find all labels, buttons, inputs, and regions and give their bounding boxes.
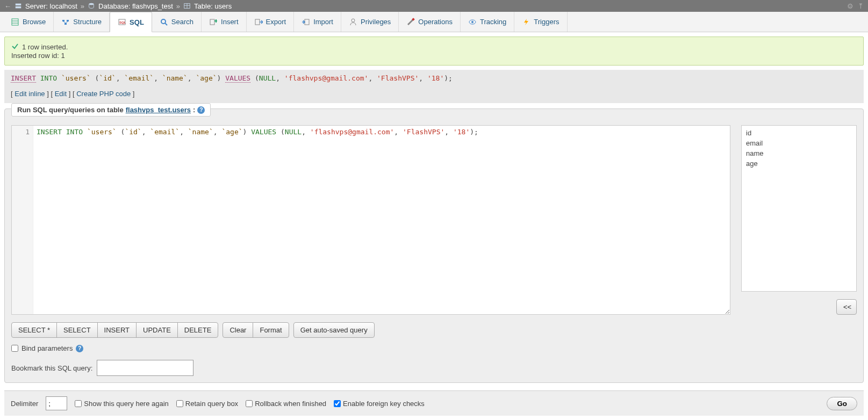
tab-search[interactable]: Search — [152, 12, 202, 32]
tracking-icon — [468, 18, 477, 26]
column-list[interactable]: id email name age — [741, 125, 857, 292]
delimiter-label: Delimiter — [11, 400, 38, 408]
format-button[interactable]: Format — [253, 322, 289, 338]
privileges-icon — [349, 18, 357, 26]
tab-structure[interactable]: Structure — [54, 12, 110, 32]
fk-checkbox[interactable] — [334, 400, 341, 407]
breadcrumb-server[interactable]: Server: localhost — [25, 2, 77, 10]
bind-params-checkbox[interactable] — [11, 345, 18, 352]
export-icon — [254, 18, 263, 26]
editor-util-buttons: Clear Format — [223, 322, 289, 338]
success-notice: 1 row inserted. Inserted row id: 1 — [4, 37, 864, 66]
bookmark-input[interactable] — [97, 360, 193, 376]
svg-rect-11 — [64, 23, 67, 25]
edit-inline-link[interactable]: Edit inline — [15, 90, 45, 98]
svg-rect-9 — [62, 20, 64, 21]
create-php-link[interactable]: Create PHP code — [76, 90, 131, 98]
clear-button[interactable]: Clear — [223, 322, 253, 338]
sql-action-links: [ Edit inline ] [ Edit ] [ Create PHP co… — [4, 86, 864, 103]
svg-point-16 — [161, 19, 166, 24]
retain-checkbox[interactable] — [176, 400, 183, 407]
table-icon — [183, 2, 191, 10]
tab-tracking[interactable]: Tracking — [461, 12, 514, 32]
update-button[interactable]: UPDATE — [136, 322, 178, 338]
sql-editor[interactable]: 1 INSERT INTO `users` (`id`, `email`, `n… — [11, 125, 730, 315]
tab-bar: Browse Structure SQLSQL Search Insert Ex… — [0, 12, 868, 32]
rollback-checkbox[interactable] — [246, 400, 253, 407]
tab-label: Triggers — [534, 18, 559, 26]
sql-editor-content[interactable]: INSERT INTO `users` (`id`, `email`, `nam… — [33, 126, 730, 314]
svg-line-13 — [66, 21, 68, 23]
svg-rect-18 — [210, 19, 214, 25]
insert-button[interactable]: INSERT — [97, 322, 137, 338]
editor-gutter: 1 — [12, 126, 33, 314]
sql-footer: Delimiter Show this query here again Ret… — [4, 390, 864, 416]
help-icon[interactable]: ? — [76, 345, 83, 352]
column-item[interactable]: name — [744, 148, 854, 158]
column-item[interactable]: age — [744, 158, 854, 169]
column-item[interactable]: id — [744, 128, 854, 138]
bookmark-label: Bookmark this SQL query: — [11, 364, 92, 372]
svg-line-17 — [165, 23, 167, 25]
tab-triggers[interactable]: Triggers — [514, 12, 567, 32]
retain-label: Retain query box — [185, 400, 238, 408]
tab-export[interactable]: Export — [247, 12, 295, 32]
show-again-checkbox[interactable] — [75, 400, 82, 407]
help-icon[interactable]: ? — [197, 106, 205, 114]
breadcrumb-database[interactable]: Database: flashvps_test — [98, 2, 173, 10]
go-button[interactable]: Go — [827, 397, 857, 410]
breadcrumb-bar: ← Server: localhost » Database: flashvps… — [0, 0, 868, 12]
tab-operations[interactable]: Operations — [399, 12, 461, 32]
select-star-button[interactable]: SELECT * — [11, 322, 57, 338]
fk-label: Enable foreign key checks — [343, 400, 425, 408]
svg-point-26 — [471, 21, 474, 23]
delimiter-input[interactable] — [46, 396, 67, 410]
operations-icon — [406, 18, 415, 26]
search-icon — [160, 18, 168, 26]
tab-label: Tracking — [480, 18, 506, 26]
browse-icon — [11, 18, 19, 26]
collapse-top-icon[interactable]: ⤒ — [858, 2, 864, 10]
svg-text:SQL: SQL — [119, 21, 126, 24]
tab-label: Browse — [23, 18, 46, 26]
svg-rect-6 — [12, 19, 18, 25]
rollback-label: Rollback when finished — [255, 400, 326, 408]
auto-saved-button[interactable]: Get auto-saved query — [293, 322, 375, 338]
gear-icon[interactable]: ⚙ — [847, 2, 853, 10]
breadcrumb-sep: » — [81, 2, 84, 10]
sql-snippet-buttons: SELECT * SELECT INSERT UPDATE DELETE — [11, 322, 218, 338]
tab-label: Search — [171, 18, 193, 26]
insert-icon — [209, 18, 218, 26]
tab-privileges[interactable]: Privileges — [341, 12, 399, 32]
server-icon — [15, 2, 22, 10]
breadcrumb-table[interactable]: Table: users — [194, 2, 232, 10]
svg-rect-21 — [255, 19, 260, 25]
tab-browse[interactable]: Browse — [3, 12, 54, 32]
svg-rect-0 — [16, 4, 21, 6]
tab-label: Structure — [73, 18, 102, 26]
breadcrumb-sep: » — [176, 2, 180, 10]
tab-label: SQL — [130, 18, 144, 26]
structure-icon — [61, 18, 70, 26]
tab-insert[interactable]: Insert — [202, 12, 247, 32]
svg-rect-10 — [67, 20, 69, 21]
import-icon — [302, 18, 310, 26]
svg-point-23 — [351, 19, 355, 22]
legend-target-link[interactable]: flashvps_test.users — [126, 106, 191, 114]
tab-sql[interactable]: SQLSQL — [110, 12, 152, 32]
column-item[interactable]: email — [744, 138, 854, 148]
svg-line-12 — [63, 21, 66, 23]
delete-button[interactable]: DELETE — [177, 322, 219, 338]
insert-column-button[interactable]: << — [836, 299, 857, 315]
tab-label: Insert — [221, 18, 239, 26]
svg-point-2 — [89, 3, 94, 5]
show-again-label: Show this query here again — [84, 400, 169, 408]
collapse-handle[interactable]: ← — [4, 2, 11, 10]
tab-import[interactable]: Import — [294, 12, 341, 32]
triggers-icon — [522, 18, 530, 26]
edit-link[interactable]: Edit — [55, 90, 67, 98]
svg-rect-22 — [305, 19, 309, 25]
database-icon — [88, 2, 95, 10]
select-button[interactable]: SELECT — [56, 322, 98, 338]
check-icon — [11, 42, 19, 52]
